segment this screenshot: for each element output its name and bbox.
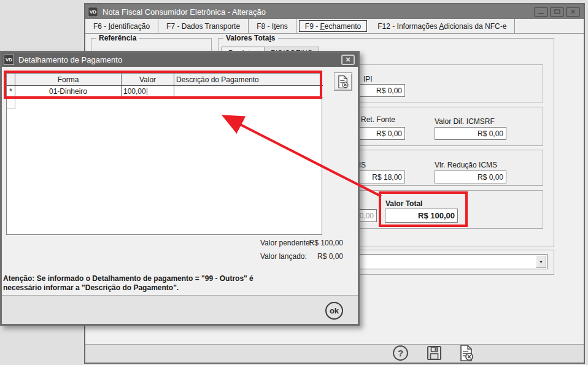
grid-header-selector <box>7 74 15 86</box>
dialog-close-button[interactable]: ✕ <box>341 55 355 65</box>
window-title: Nota Fiscal Consumidor Eletrônica - Alte… <box>103 7 266 17</box>
posted-value-label: Valor lançado: <box>260 252 307 261</box>
payment-detail-dialog: VD Detalhamento de Pagamento ✕ Forma Val… <box>0 51 360 326</box>
grid-header-forma: Forma <box>15 74 122 86</box>
ok-icon: ok <box>330 306 339 315</box>
grid-row-selector: * <box>7 86 15 98</box>
minimize-button[interactable] <box>534 7 548 17</box>
group-valores-totais-label: Valores Totais <box>223 34 278 42</box>
grid-cell-valor[interactable]: 100,00 <box>122 86 174 98</box>
dialog-button-strip: ok <box>2 295 358 324</box>
dialog-title: Detalhamento de Pagamento <box>18 55 122 64</box>
minimize-icon <box>538 13 544 14</box>
close-icon: ✕ <box>345 56 350 64</box>
valor-total-label: Valor Total <box>385 199 422 208</box>
cancel-document-icon <box>458 344 475 362</box>
dialog-app-icon: VD <box>4 55 14 65</box>
dialog-titlebar[interactable]: VD Detalhamento de Pagamento <box>2 53 358 67</box>
main-tabstrip: F6 - Identificação F7 - Dados Transporte… <box>85 19 584 34</box>
close-button[interactable]: ✕ <box>566 7 580 17</box>
tab-f9-fechamento[interactable]: F9 - Fechamento <box>299 20 367 32</box>
combobox-dropdown-button[interactable]: ▼ <box>536 255 546 268</box>
grid-cell-forma[interactable]: 01-Dinheiro <box>15 86 122 98</box>
tab-f8-itens[interactable]: F8 - Itens <box>249 19 296 33</box>
vlr-reducao-icms-field[interactable]: R$ 0,00 <box>435 171 506 183</box>
pending-value: R$ 100,00 <box>309 239 343 247</box>
grid-cell-descricao[interactable] <box>174 86 323 98</box>
tab-f7-dados-transporte[interactable]: F7 - Dados Transporte <box>158 19 249 33</box>
delete-document-icon <box>336 75 350 89</box>
posted-value: R$ 0,00 <box>317 252 343 261</box>
help-button[interactable]: ? <box>393 345 408 361</box>
tab-f12-informacoes-adicionais[interactable]: F12 - Informações Adicionais da NFC-e <box>369 19 515 33</box>
group-referencia-label: Referência <box>96 34 139 42</box>
bottom-toolbar <box>85 344 584 363</box>
maximize-icon <box>554 9 560 14</box>
app-icon: VD <box>88 7 98 17</box>
text-cursor <box>147 88 147 95</box>
close-icon: ✕ <box>570 9 576 15</box>
cancel-button[interactable] <box>458 344 475 364</box>
main-window-titlebar[interactable]: VD Nota Fiscal Consumidor Eletrônica - A… <box>85 4 584 19</box>
pending-value-label: Valor pendente: <box>260 239 312 247</box>
grid-header-valor: Valor <box>122 74 174 86</box>
window-controls: ✕ <box>534 7 580 17</box>
grid-next-row-selector <box>7 98 15 109</box>
maximize-button[interactable] <box>550 7 564 17</box>
ipi-label: IPI <box>363 75 373 83</box>
ret-fonte-label: Ret. Fonte <box>361 115 395 124</box>
save-icon <box>426 345 443 361</box>
save-button[interactable] <box>426 345 443 363</box>
warning-text: Atenção: Se informado o Detalhamento de … <box>3 274 273 293</box>
grid-header-descricao: Descrição do Pagamento <box>174 74 323 86</box>
payment-grid[interactable]: Forma Valor Descrição do Pagamento * 01-… <box>6 73 322 235</box>
delete-row-button[interactable] <box>334 72 352 91</box>
vlr-reducao-icms-label: Vlr. Redução ICMS <box>435 161 497 169</box>
chevron-down-icon: ▼ <box>539 260 543 264</box>
valor-total-field[interactable]: R$ 100,00 <box>385 209 458 223</box>
valor-dif-icmsrf-field[interactable]: R$ 0,00 <box>435 127 506 140</box>
ok-button[interactable]: ok <box>325 302 343 320</box>
screen: VD Nota Fiscal Consumidor Eletrônica - A… <box>0 0 588 365</box>
valor-dif-icmsrf-label: Valor Dif. ICMSRF <box>435 117 495 126</box>
tab-f6-identificacao[interactable]: F6 - Identificação <box>85 19 158 33</box>
help-icon: ? <box>393 345 408 361</box>
